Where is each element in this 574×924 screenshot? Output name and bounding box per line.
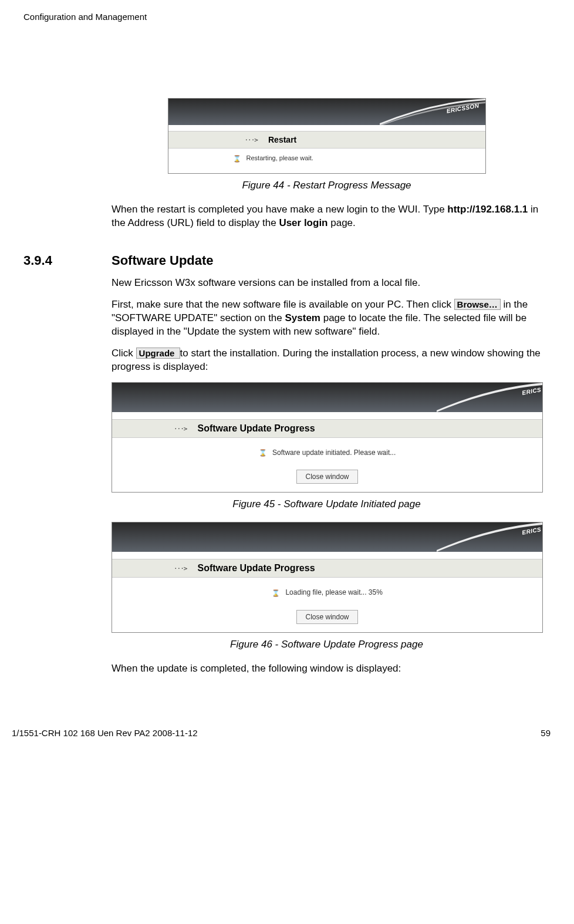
arrow-icon: ···> [174, 565, 187, 572]
paragraph-update-complete: When the update is completed, the follow… [112, 662, 542, 676]
status-text: Loading file, please wait... 35% [285, 588, 382, 596]
section-bar-title: Software Update Progress [198, 423, 315, 434]
status-text: Restarting, please wait. [247, 154, 313, 161]
screenshot-header-bar: ERICS [112, 522, 542, 552]
figure-46-screenshot: ERICS ···> Software Update Progress ⌛ Lo… [112, 522, 543, 632]
screenshot-section-bar: ···> Restart [168, 131, 485, 149]
section-bar-title: Restart [268, 135, 296, 144]
paragraph-sw-intro: New Ericsson W3x software versions can b… [112, 276, 542, 290]
screenshot-body: ⌛ Restarting, please wait. [168, 149, 485, 173]
close-window-button[interactable]: Close window [296, 610, 357, 624]
upgrade-button-label: Upgrade [136, 348, 180, 359]
page-footer: 1/1551-CRH 102 168 Uen Rev PA2 2008-11-1… [0, 728, 574, 750]
close-window-button[interactable]: Close window [296, 470, 357, 484]
browse-button-label: Browse… [454, 299, 501, 310]
arrow-icon: ···> [174, 425, 187, 433]
figure-44-screenshot: ERICSSON ···> Restart ⌛ Restarting, plea… [168, 98, 486, 174]
hourglass-icon: ⌛ [259, 449, 267, 457]
footer-left: 1/1551-CRH 102 168 Uen Rev PA2 2008-11-1… [12, 728, 198, 738]
section-title: Software Update [112, 253, 214, 268]
swoosh-graphic [380, 99, 485, 125]
hourglass-icon: ⌛ [272, 589, 280, 597]
swoosh-graphic [437, 383, 542, 412]
figure-46-caption: Figure 46 - Software Update Progress pag… [112, 639, 542, 650]
figure-44-caption: Figure 44 - Restart Progress Message [112, 180, 542, 191]
paragraph-restart-complete: When the restart is completed you have m… [112, 203, 542, 230]
figure-45-caption: Figure 45 - Software Update Initiated pa… [112, 498, 542, 510]
footer-page-number: 59 [541, 728, 551, 738]
page-header: Configuration and Management [23, 12, 551, 22]
section-number: 3.9.4 [23, 253, 112, 268]
figure-45-screenshot: ERICS ···> Software Update Progress ⌛ So… [112, 382, 543, 493]
section-bar-title: Software Update Progress [198, 563, 315, 574]
section-heading-row: 3.9.4 Software Update [23, 253, 551, 268]
screenshot-section-bar: ···> Software Update Progress [112, 559, 542, 578]
screenshot-body: ⌛ Software update initiated. Please wait… [112, 438, 542, 492]
hourglass-icon: ⌛ [233, 155, 241, 163]
screenshot-header-bar: ERICS [112, 383, 542, 412]
paragraph-browse: First, make sure that the new software f… [112, 298, 542, 339]
screenshot-section-bar: ···> Software Update Progress [112, 419, 542, 438]
arrow-icon: ···> [245, 136, 258, 144]
swoosh-graphic [437, 522, 542, 552]
status-text: Software update initiated. Please wait..… [272, 448, 396, 457]
paragraph-upgrade: Click Upgrade to start the installation.… [112, 347, 542, 374]
screenshot-header-bar: ERICSSON [168, 99, 485, 125]
screenshot-body: ⌛ Loading file, please wait... 35% Close… [112, 578, 542, 632]
